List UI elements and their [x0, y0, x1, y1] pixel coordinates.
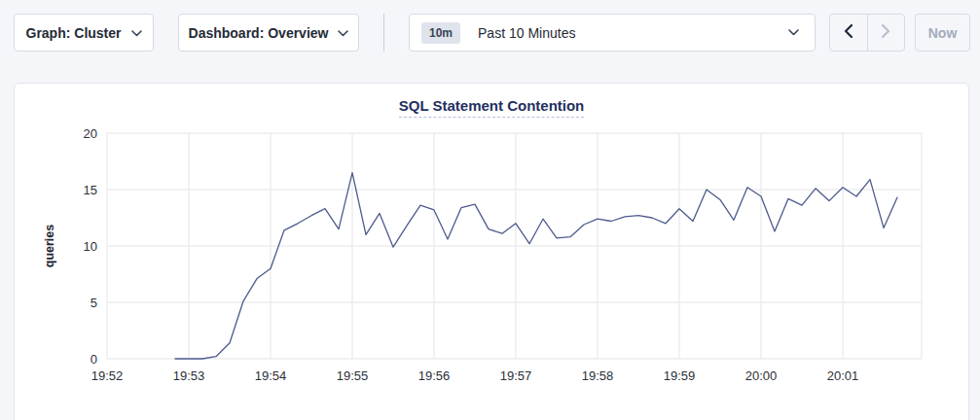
chevron-left-icon	[844, 24, 853, 41]
toolbar-divider	[383, 14, 384, 52]
time-range-label: Past 10 Minutes	[478, 25, 788, 41]
dashboard-dropdown-label: Dashboard: Overview	[189, 25, 329, 41]
time-step-back-button[interactable]	[830, 15, 868, 51]
svg-text:19:59: 19:59	[664, 368, 696, 383]
chevron-down-icon	[131, 30, 142, 37]
time-step-forward-button[interactable]	[868, 15, 905, 51]
sql-contention-chart: 0510152019:5219:5319:5419:5519:5619:5719…	[15, 84, 968, 419]
time-range-picker[interactable]: 10m Past 10 Minutes	[409, 14, 816, 52]
time-step-buttons	[829, 14, 905, 52]
chevron-down-icon	[338, 30, 348, 37]
svg-text:19:52: 19:52	[91, 368, 124, 383]
svg-text:19:57: 19:57	[500, 368, 532, 383]
svg-text:19:54: 19:54	[255, 368, 287, 383]
graph-scope-dropdown[interactable]: Graph: Cluster	[14, 14, 154, 52]
svg-text:19:56: 19:56	[418, 368, 451, 383]
dashboard-dropdown[interactable]: Dashboard: Overview	[178, 14, 359, 52]
metrics-page: { "page": { "background": "#f5f6fa" }, "…	[0, 0, 980, 420]
svg-text:15: 15	[84, 183, 97, 197]
chevron-right-icon	[882, 24, 890, 41]
svg-text:19:53: 19:53	[173, 368, 205, 383]
svg-text:5: 5	[91, 296, 97, 310]
svg-text:19:58: 19:58	[582, 368, 614, 383]
chevron-down-icon	[788, 29, 799, 36]
svg-text:0: 0	[91, 352, 97, 367]
svg-text:queries: queries	[43, 225, 56, 268]
time-range-badge: 10m	[421, 22, 460, 44]
metrics-toolbar: Graph: Cluster Dashboard: Overview 10m P…	[14, 14, 970, 52]
svg-text:20: 20	[84, 126, 97, 141]
now-button[interactable]: Now	[915, 14, 970, 52]
svg-text:20:01: 20:01	[827, 368, 859, 383]
svg-text:10: 10	[84, 239, 97, 254]
graph-scope-dropdown-label: Graph: Cluster	[26, 25, 122, 41]
svg-text:20:00: 20:00	[745, 368, 778, 383]
chart-card: SQL Statement Contention 0510152019:5219…	[14, 83, 969, 420]
svg-text:19:55: 19:55	[337, 368, 369, 383]
